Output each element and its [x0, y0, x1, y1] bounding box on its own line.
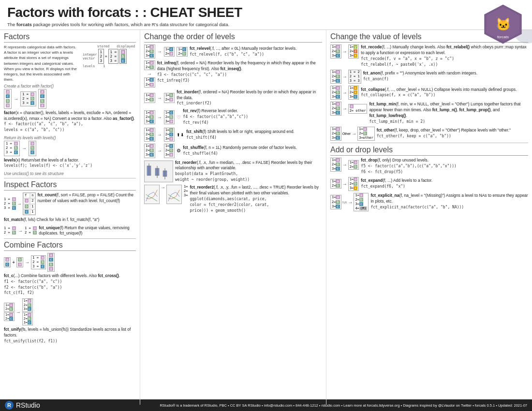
levels-func-desc: levels(x) Return/set the levels of a fac… [4, 158, 136, 169]
reorder2-chart-before [144, 185, 160, 204]
col-left: Factors R represents categorical data wi… [0, 30, 140, 405]
fct-lump-min-desc: fct_lump_min(f, min, w = NULL, other_lev… [369, 102, 528, 125]
section-title-combine: Combine Factors [4, 241, 136, 251]
fct-relevel-desc: fct_relevel(.f, ..., after = 0L) Manuall… [190, 46, 322, 58]
header: Factors with forcats : : CHEAT SHEET The… [0, 0, 532, 30]
section-title-change-order: Change the order of levels [144, 32, 322, 43]
page-title: Factors with forcats : : CHEAT SHEET [7, 5, 525, 20]
fct-expand-desc: fct_expand(f, ...) Add levels to a facto… [361, 178, 528, 190]
title-light: Factors with forcats : : [7, 5, 150, 20]
section-combine: Combine Factors a c + b a → 1 = a 2 = b … [4, 241, 136, 344]
levels-section: Return its levels with levels() 1 = a 2 … [4, 135, 136, 176]
svg-text:🐱: 🐱 [496, 17, 511, 32]
section-title-inspect: Inspect Factors [4, 180, 136, 191]
fct-anon-desc: fct_anon(f, prefix = "") Anonymize level… [363, 71, 528, 82]
section-title-factors: Factors [4, 32, 136, 43]
fct-shift-desc: fct_shift(f) Shift levels to left or rig… [186, 129, 322, 141]
shuffle-icon: ⚙ [177, 148, 181, 153]
fct-explicit-na-desc: fct_explicit_na(f, na_level = "(Missing)… [370, 193, 528, 210]
forcats-logo: 🐱 forcats [481, 2, 525, 46]
logo-area: 🐱 forcats [481, 2, 525, 46]
fct-reorder2-desc: fct_reorder2(.f, .x, .y, .fun = last2, .… [190, 185, 322, 213]
fct-inorder-desc: fct_inorder(f, ordered = NA) Reorder lev… [177, 89, 322, 107]
col-middle: Change the order of levels 1=a 2=b 3=c →… [140, 30, 326, 405]
create-factor-section: Create a factor with factor() a c b a → … [4, 84, 136, 133]
subtitle: The forcats package provides tools for w… [7, 22, 525, 27]
fct-drop-desc: fct_drop(f, only) Drop unused levels. f5… [361, 158, 528, 175]
shift-icons: ⬆⬇ [177, 132, 184, 137]
rev-icon: ♡ [177, 115, 181, 120]
section-factors: Factors R represents categorical data wi… [4, 32, 136, 176]
fct-c-desc: fct_c(...) Combine factors with differen… [4, 273, 136, 296]
main-content: Factors R represents categorical data wi… [0, 30, 532, 405]
section-inspect: Inspect Factors 1 = a 2 = b 3 = c → f n [4, 180, 136, 236]
fct-recode-desc: fct_recode(f, ...) Manually change level… [361, 44, 528, 68]
fct-shuffle-desc: fct_shuffle(f, n = 1L) Randomly permute … [183, 145, 322, 157]
fct-unify-desc: fct_unify(fs, levels = lvls_union(fs)) S… [4, 327, 136, 344]
fct-match-desc: fct_match(f, lvls) Check for lvls in f. … [4, 217, 136, 223]
fct-rev-desc: fct_rev(f) Reverse level order. f4 <- fa… [183, 108, 322, 126]
col-right: Change the value of levels 1=a 2=b 3=c →… [326, 30, 532, 405]
fct-other-desc: fct_other(f, keep, drop, other_level = "… [377, 128, 528, 139]
svg-text:forcats: forcats [497, 35, 509, 39]
fct-unique-desc: fct_unique(f) Return the unique values, … [39, 225, 136, 237]
boxplot-diagram [144, 161, 173, 182]
section-title-add-drop: Add or drop levels [330, 146, 528, 156]
factor-func-desc: factor(x = character(), levels, labels =… [4, 110, 136, 133]
fct-reorder-desc: fct_reorder(.f, .x, .fun = median, ..., … [175, 160, 322, 183]
fct-infreq-desc: fct_infreq(f, ordered = NA) Reorder leve… [157, 60, 322, 84]
fct-collapse-desc: fct_collapse(.f, ..., other_level = NULL… [361, 87, 528, 99]
title-bold: CHEAT SHEET [150, 5, 242, 20]
stored-displayed-diagram: R represents categorical data with facto… [4, 44, 136, 82]
reorder2-chart-after [166, 185, 182, 204]
fct-count-desc: fct_count(f, sort = FALSE, prop = FALSE)… [38, 192, 136, 204]
